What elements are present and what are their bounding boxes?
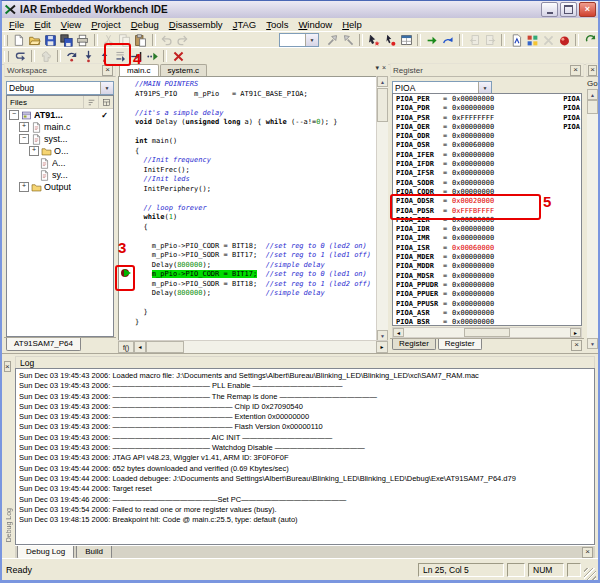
- code-line[interactable]: //MAIN POINTERS: [119, 80, 376, 90]
- code-line[interactable]: m_pPio->PIO_SODR = BIT18; //set reg to 1…: [119, 280, 376, 290]
- collapse-icon[interactable]: −: [9, 110, 19, 120]
- save-all-button[interactable]: [59, 33, 75, 48]
- register-row[interactable]: PIOA_PPUSR=0x00000000: [393, 300, 581, 309]
- register-row[interactable]: PIOA_OSR=0x00060000: [393, 141, 581, 150]
- workspace-tab[interactable]: AT91SAM7_P64: [6, 338, 81, 351]
- expand-icon[interactable]: +: [29, 146, 39, 156]
- maximize-button[interactable]: [560, 2, 577, 17]
- chevron-down-icon[interactable]: ▼: [305, 34, 318, 46]
- save-button[interactable]: [43, 33, 59, 48]
- editor-vertical-scrollbar[interactable]: ▲ ▼: [376, 76, 388, 341]
- menu-disassembly[interactable]: Disassembly: [164, 19, 228, 30]
- register-row[interactable]: PIOA_IER=0x00000000: [393, 216, 581, 225]
- scroll-up-icon[interactable]: ▲: [377, 76, 388, 87]
- menu-jtag[interactable]: JTAG: [228, 19, 262, 30]
- menu-tools[interactable]: Tools: [261, 19, 293, 30]
- navigate-button[interactable]: [440, 33, 456, 48]
- close-icon[interactable]: ×: [570, 65, 581, 76]
- scroll-right-icon[interactable]: ►: [570, 328, 581, 337]
- register-row[interactable]: PIOA_ODR=0x00000000: [393, 132, 581, 141]
- register-row[interactable]: PIOA_IFSR=0x00000000: [393, 169, 581, 178]
- print-button[interactable]: [75, 33, 91, 48]
- register-row[interactable]: PIOA_ODSR=0x00020000: [393, 197, 581, 206]
- compile-button[interactable]: [508, 33, 524, 48]
- register-row[interactable]: PIOA_PDR=0x00000000PIOA: [393, 104, 581, 113]
- register-row[interactable]: PIOA_PPUDR=0x00000000: [393, 281, 581, 290]
- close-icon[interactable]: ×: [571, 340, 582, 351]
- editor-tab-main.c[interactable]: main.c: [119, 64, 159, 76]
- code-line[interactable]: }: [119, 308, 376, 318]
- tree-item[interactable]: +main.c: [7, 121, 113, 133]
- config-selector[interactable]: Debug ▼: [6, 81, 114, 95]
- code-line[interactable]: //it's a simple delay: [119, 109, 376, 119]
- code-line[interactable]: {: [119, 223, 376, 233]
- open-file-button[interactable]: [27, 33, 43, 48]
- close-icon[interactable]: ×: [4, 361, 11, 372]
- menu-file[interactable]: File: [4, 19, 29, 30]
- stop-debugging-button[interactable]: [170, 49, 186, 64]
- find-previous-button[interactable]: [340, 33, 356, 48]
- register-row[interactable]: PIOA_MDSR=0x00000000: [393, 272, 581, 281]
- chevron-down-icon[interactable]: ▼: [100, 82, 113, 94]
- register-row[interactable]: PIOA_PSR=0xFFFFFFFFPIOA: [393, 114, 581, 123]
- restart-debugger-button[interactable]: [582, 33, 598, 48]
- scroll-right-icon[interactable]: ►: [376, 341, 388, 353]
- next-statement-button[interactable]: [112, 49, 128, 64]
- vertical-scrollbar[interactable]: ▲ ▼: [587, 89, 598, 349]
- code-line[interactable]: int main(): [119, 137, 376, 147]
- code-line[interactable]: [119, 128, 376, 138]
- code-line[interactable]: [119, 99, 376, 109]
- register-horizontal-scrollbar[interactable]: ◄ ►: [392, 327, 582, 338]
- toolbar-gripper[interactable]: [4, 35, 8, 46]
- tree-item[interactable]: +O...: [7, 145, 113, 157]
- run-to-cursor-button[interactable]: [128, 49, 144, 64]
- register-row[interactable]: PIOA_IDR=0x00000000: [393, 225, 581, 234]
- code-line[interactable]: [119, 232, 376, 242]
- scrollbar-thumb[interactable]: [464, 328, 510, 337]
- paste-button[interactable]: [133, 33, 149, 48]
- sort-icon[interactable]: [83, 96, 98, 108]
- code-line[interactable]: AT91PS_PIO m_pPio = AT91C_BASE_PIOA;: [119, 90, 376, 100]
- code-line[interactable]: //Init leds: [119, 175, 376, 185]
- expand-icon[interactable]: +: [19, 122, 29, 132]
- code-line[interactable]: void Delay (unsigned long a) { while (--…: [119, 118, 376, 128]
- resize-grip[interactable]: [584, 568, 596, 580]
- register-tab[interactable]: Register: [438, 339, 482, 350]
- register-row[interactable]: PIOA_BSR=0x00000000: [393, 318, 581, 326]
- register-row[interactable]: PIOA_ISR=0x00060000: [393, 244, 581, 253]
- menu-window[interactable]: Window: [293, 19, 337, 30]
- code-line[interactable]: m_pPio->PIO_CODR = BIT18; //set reg to 0…: [119, 242, 376, 252]
- register-row[interactable]: PIOA_PPUER=0x00000000: [393, 290, 581, 299]
- register-row[interactable]: PIOA_IFDR=0x00000000: [393, 160, 581, 169]
- register-row[interactable]: PIOA_CODR=0x00000000: [393, 188, 581, 197]
- editor-tab-system.c[interactable]: system.c: [160, 64, 208, 76]
- code-editor[interactable]: //MAIN POINTERSAT91PS_PIO m_pPio = AT91C…: [118, 76, 377, 341]
- code-line[interactable]: m_pPio->PIO_CODR = BIT17; //set reg to 0…: [119, 270, 376, 280]
- minimize-button[interactable]: [541, 2, 558, 17]
- make-button[interactable]: [524, 33, 540, 48]
- code-line[interactable]: InitPeriphery();: [119, 185, 376, 195]
- scroll-down-icon[interactable]: ▼: [587, 338, 598, 349]
- editor-horizontal-scrollbar[interactable]: f() ◄ ►: [118, 340, 388, 353]
- go-to-button[interactable]: [424, 33, 440, 48]
- files-column-header[interactable]: Files: [10, 98, 27, 107]
- register-row[interactable]: PIOA_SODR=0x00000000: [393, 179, 581, 188]
- code-line[interactable]: m_pPio->PIO_SODR = BIT17; //set reg to 1…: [119, 251, 376, 261]
- code-line[interactable]: {: [119, 147, 376, 157]
- window-list-button[interactable]: [398, 33, 414, 48]
- collapse-icon[interactable]: −: [19, 134, 29, 144]
- execution-point-marker[interactable]: [121, 268, 133, 278]
- tree-item[interactable]: +Output: [7, 181, 113, 193]
- code-line[interactable]: InitFrec();: [119, 166, 376, 176]
- code-line[interactable]: }: [119, 318, 376, 328]
- scrollbar-thumb[interactable]: [377, 88, 388, 122]
- tree-item[interactable]: −syst...: [7, 133, 113, 145]
- debug-button[interactable]: [556, 33, 572, 48]
- reset-button[interactable]: [12, 49, 28, 64]
- register-row[interactable]: PIOA_PER=0x00000000PIOA: [393, 95, 581, 104]
- options-icon[interactable]: [98, 96, 113, 108]
- code-line[interactable]: Delay(800000); //simple delay: [119, 289, 376, 299]
- close-icon[interactable]: ×: [582, 547, 593, 558]
- scroll-up-icon[interactable]: ▲: [587, 89, 598, 100]
- new-document-button[interactable]: [11, 33, 27, 48]
